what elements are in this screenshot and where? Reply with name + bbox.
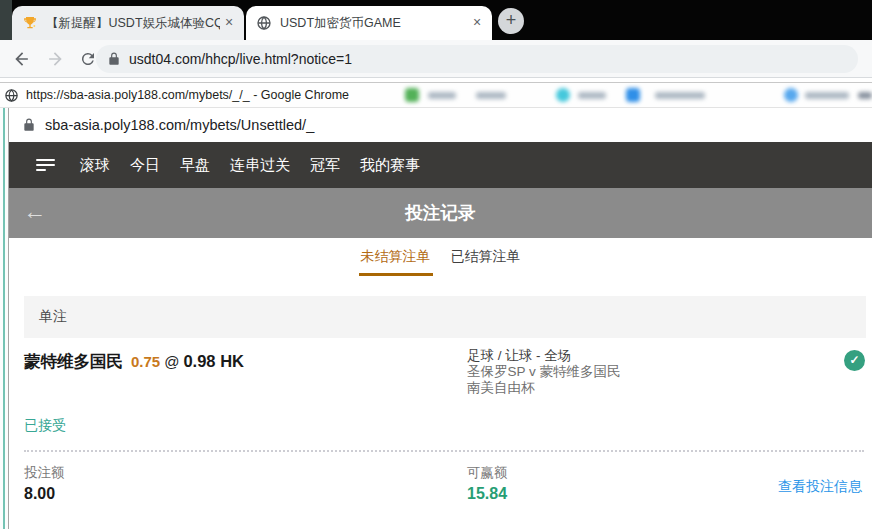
address-bar[interactable]: usdt04.com/hhcp/live.html?notice=1 — [96, 45, 858, 73]
parent-page-edge — [0, 108, 9, 529]
tab-title: 【新提醒】USDT娱乐城体验CQ9 — [46, 15, 220, 32]
view-bet-info-link[interactable]: 查看投注信息 — [778, 478, 862, 496]
globe-icon — [256, 15, 272, 31]
lock-icon — [108, 52, 120, 66]
background-app-icon — [626, 88, 640, 102]
fixture-label: 圣保罗SP v 蒙特维多国民 — [467, 364, 621, 380]
at-sign: @ — [164, 353, 179, 370]
nav-item-parlay[interactable]: 连串过关 — [230, 156, 290, 175]
globe-icon — [4, 88, 19, 103]
background-text — [805, 92, 849, 99]
nav-item-early[interactable]: 早盘 — [180, 156, 210, 175]
forward-icon — [44, 48, 66, 70]
nav-item-live[interactable]: 滚球 — [80, 156, 110, 175]
browser-tab-strip: 【新提醒】USDT娱乐城体验CQ9 × USDT加密货币GAME × + — [0, 0, 872, 40]
background-text — [858, 92, 872, 99]
win-label: 可赢额 — [467, 464, 508, 482]
bet-selection-line: 蒙特维多国民0.75@0.98 HK — [24, 351, 244, 373]
back-icon[interactable] — [11, 48, 33, 70]
menu-icon[interactable] — [36, 159, 55, 172]
popup-window: sba-asia.poly188.com/mybets/Unsettled/_ … — [9, 108, 872, 529]
bet-status-tabs: 未结算注单 已结算注单 — [9, 238, 872, 288]
selection-name: 蒙特维多国民 — [24, 352, 123, 370]
parent-accent-line — [3, 108, 5, 529]
background-app-icon — [784, 88, 798, 102]
browser-tab-2[interactable]: USDT加密货币GAME × — [246, 6, 492, 40]
window-corner — [0, 0, 12, 40]
page-title: 投注记录 — [9, 188, 872, 238]
background-text — [578, 92, 606, 99]
tab-settled[interactable]: 已结算注单 — [449, 248, 523, 276]
browser-tab-1[interactable]: 【新提醒】USDT娱乐城体验CQ9 × — [12, 6, 244, 40]
lock-icon — [23, 118, 35, 132]
popup-window-title: https://sba-asia.poly188.com/mybets/_/_ … — [26, 88, 349, 102]
background-app-icon — [556, 88, 570, 102]
stake-block: 投注额 8.00 — [24, 464, 65, 503]
tab-unsettled[interactable]: 未结算注单 — [359, 248, 433, 276]
trophy-icon — [22, 15, 38, 31]
screen: 【新提醒】USDT娱乐城体验CQ9 × USDT加密货币GAME × + usd… — [0, 0, 872, 529]
close-icon[interactable]: × — [468, 14, 486, 32]
background-text — [655, 92, 705, 99]
section-header: 单注 — [24, 296, 866, 338]
background-app-icon — [405, 88, 419, 102]
browser-toolbar: usdt04.com/hhcp/live.html?notice=1 — [0, 40, 872, 78]
handicap-value: 0.75 — [131, 353, 160, 370]
win-block: 可赢额 15.84 — [467, 464, 508, 503]
popup-title-bar[interactable]: https://sba-asia.poly188.com/mybets/_/_ … — [0, 82, 872, 108]
nav-item-today[interactable]: 今日 — [130, 156, 160, 175]
background-text — [428, 92, 456, 99]
market-label: 足球 / 让球 - 全场 — [467, 348, 621, 364]
divider — [24, 450, 864, 452]
odds-value: 0.98 HK — [183, 352, 244, 370]
stake-label: 投注额 — [24, 464, 65, 482]
stake-value: 8.00 — [24, 485, 65, 503]
new-tab-button[interactable]: + — [498, 8, 524, 34]
popup-url-text: sba-asia.poly188.com/mybets/Unsettled/_ — [45, 117, 314, 133]
nav-item-outright[interactable]: 冠军 — [310, 156, 340, 175]
bet-card: 蒙特维多国民0.75@0.98 HK 足球 / 让球 - 全场 圣保罗SP v … — [24, 338, 866, 529]
tab-title: USDT加密货币GAME — [280, 15, 468, 32]
close-icon[interactable]: × — [220, 14, 238, 32]
league-label: 南美自由杯 — [467, 380, 621, 396]
win-value: 15.84 — [467, 485, 508, 503]
sports-nav: 滚球 今日 早盘 连串过关 冠军 我的赛事 — [9, 142, 872, 188]
page-header: ← 投注记录 — [9, 188, 872, 238]
popup-address-bar[interactable]: sba-asia.poly188.com/mybets/Unsettled/_ — [9, 108, 872, 142]
status-badge: 已接受 — [24, 417, 66, 435]
bet-details: 足球 / 让球 - 全场 圣保罗SP v 蒙特维多国民 南美自由杯 — [467, 348, 621, 396]
nav-item-my-events[interactable]: 我的赛事 — [360, 156, 420, 175]
url-text: usdt04.com/hhcp/live.html?notice=1 — [129, 51, 352, 67]
accepted-check-icon: ✓ — [844, 350, 865, 371]
background-text — [476, 92, 506, 99]
